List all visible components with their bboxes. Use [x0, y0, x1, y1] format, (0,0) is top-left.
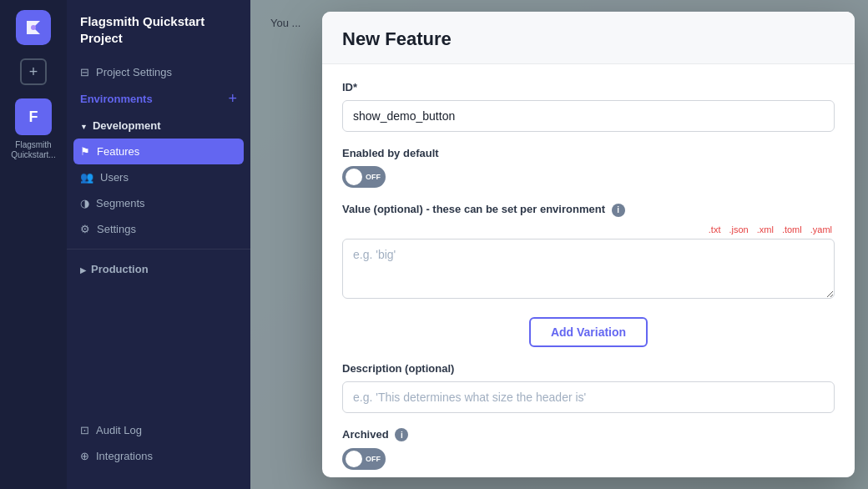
integrations-icon: ⊕	[80, 450, 89, 462]
id-field-group: ID*	[342, 81, 835, 132]
environments-header: Environments +	[67, 85, 250, 113]
sidebar-item-settings[interactable]: ⚙ Settings	[67, 216, 250, 242]
archived-field-group: Archived i OFF	[342, 428, 835, 471]
modal-body: ID* Enabled by default OFF Value (option…	[322, 64, 855, 477]
segments-icon: ◑	[80, 197, 89, 209]
project-avatar[interactable]: F	[15, 98, 52, 135]
production-group-header[interactable]: Production	[67, 256, 250, 282]
add-variation-container: Add Variation	[342, 317, 835, 347]
development-group-header[interactable]: Development	[67, 113, 250, 139]
enabled-label: Enabled by default	[342, 147, 835, 159]
enabled-field-group: Enabled by default OFF	[342, 147, 835, 188]
sidebar-item-integrations[interactable]: ⊕ Integrations	[67, 443, 250, 469]
sidebar-segments-label: Segments	[96, 197, 145, 209]
development-label: Development	[93, 119, 161, 132]
format-yaml-button[interactable]: .yaml	[808, 224, 835, 235]
settings-icon: ⚙	[80, 223, 90, 235]
environments-label: Environments	[80, 93, 153, 105]
main-area: You ... New Feature ID* Enabled by defau…	[250, 0, 868, 489]
chevron-down-icon	[80, 119, 88, 132]
format-txt-button[interactable]: .txt	[706, 224, 724, 235]
project-label: Flagsmith Quickstart...	[0, 140, 67, 160]
archived-info-icon: i	[395, 428, 408, 441]
sidebar-item-features[interactable]: ⚑ Features	[73, 139, 244, 164]
audit-log-label: Audit Log	[96, 424, 142, 436]
sidebar-item-segments[interactable]: ◑ Segments	[67, 190, 250, 216]
archived-label: Archived i	[342, 428, 835, 442]
sidebar-project-settings-label: Project Settings	[96, 66, 172, 78]
sidebar-bottom: ⊡ Audit Log ⊕ Integrations	[67, 411, 250, 476]
archived-toggle[interactable]: OFF	[342, 448, 386, 470]
value-info-icon: i	[612, 204, 625, 217]
chevron-right-icon	[80, 263, 86, 275]
format-buttons-group: .txt .json .xml .toml .yaml	[342, 224, 835, 235]
add-project-button[interactable]: +	[20, 58, 47, 85]
modal-header: New Feature	[322, 12, 855, 64]
value-textarea[interactable]	[342, 239, 835, 299]
sidebar-divider	[67, 249, 250, 250]
description-label: Description (optional)	[342, 362, 835, 375]
id-input[interactable]	[342, 100, 835, 132]
format-toml-button[interactable]: .toml	[780, 224, 805, 235]
value-field-group: Value (optional) - these can be set per …	[342, 203, 835, 302]
sidebar-project-title: Flagsmith Quickstart Project	[67, 13, 250, 59]
production-label: Production	[91, 263, 149, 275]
format-json-button[interactable]: .json	[726, 224, 750, 235]
id-label: ID*	[342, 81, 835, 93]
new-feature-modal: New Feature ID* Enabled by default OFF	[322, 12, 855, 477]
archived-toggle-off-label: OFF	[366, 455, 381, 463]
sidebar-settings-label: Settings	[97, 223, 136, 235]
add-variation-button[interactable]: Add Variation	[529, 317, 648, 347]
add-environment-button[interactable]: +	[228, 90, 237, 108]
users-icon: 👥	[80, 171, 93, 184]
sidebar-item-project-settings[interactable]: Project Settings	[67, 59, 250, 85]
enabled-toggle[interactable]: OFF	[342, 166, 386, 188]
icon-bar: + F Flagsmith Quickstart...	[0, 0, 67, 489]
description-input[interactable]	[342, 381, 835, 413]
toggle-off-label: OFF	[366, 173, 381, 181]
description-field-group: Description (optional)	[342, 362, 835, 413]
sidebar-item-audit-log[interactable]: ⊡ Audit Log	[67, 417, 250, 443]
features-icon: ⚑	[80, 145, 90, 158]
sidebar-users-label: Users	[100, 171, 129, 184]
integrations-label: Integrations	[96, 450, 153, 462]
sidebar-item-users[interactable]: 👥 Users	[67, 164, 250, 190]
app-logo[interactable]	[16, 10, 51, 45]
enabled-toggle-wrapper: OFF	[342, 166, 835, 188]
archived-toggle-wrapper: OFF	[342, 448, 835, 470]
svg-point-0	[31, 25, 36, 30]
audit-log-icon: ⊡	[80, 424, 89, 436]
value-label: Value (optional) - these can be set per …	[342, 203, 835, 217]
sidebar-features-label: Features	[97, 145, 139, 158]
archived-toggle-knob	[346, 451, 362, 467]
project-settings-icon	[80, 66, 89, 78]
sidebar: Flagsmith Quickstart Project Project Set…	[67, 0, 250, 489]
modal-title: New Feature	[342, 28, 835, 50]
toggle-knob	[346, 169, 362, 185]
format-xml-button[interactable]: .xml	[754, 224, 776, 235]
